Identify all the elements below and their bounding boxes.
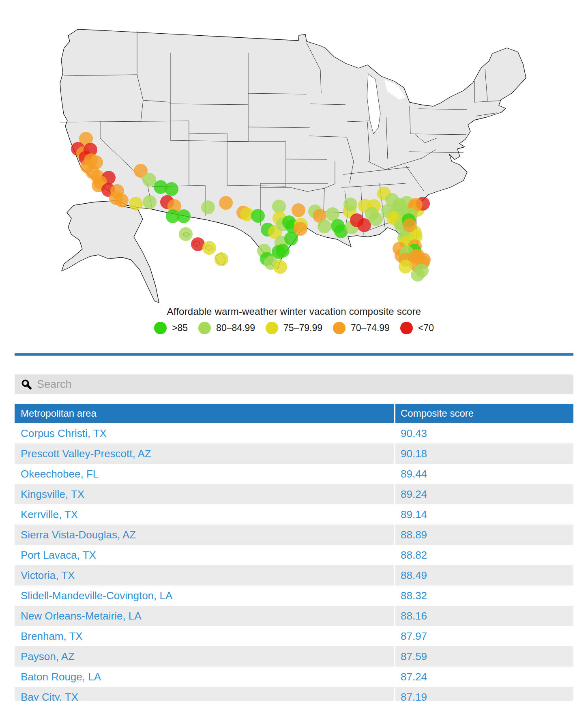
column-header-score[interactable]: Composite score xyxy=(395,404,573,423)
score-cell: 88.49 xyxy=(395,565,573,585)
legend-label: <70 xyxy=(418,323,434,333)
metro-cell: Victoria, TX xyxy=(15,565,394,585)
results-table: Metropolitan area Composite score Corpus… xyxy=(15,404,573,701)
metro-dot[interactable] xyxy=(318,219,331,233)
metro-dot[interactable] xyxy=(143,195,157,209)
score-cell: 88.16 xyxy=(395,606,573,626)
metro-dot[interactable] xyxy=(284,232,298,245)
legend-label: 75–79.99 xyxy=(283,323,322,333)
table-row: Victoria, TX88.49 xyxy=(15,565,573,585)
legend-label: 70–74.99 xyxy=(351,323,390,333)
search-bar xyxy=(15,374,573,394)
score-cell: 87.19 xyxy=(395,687,573,701)
column-header-metro[interactable]: Metropolitan area xyxy=(15,404,394,423)
table-row: Prescott Valley-Prescott, AZ90.18 xyxy=(15,443,573,464)
metro-cell: Okeechobee, FL xyxy=(15,464,394,484)
metro-dot[interactable] xyxy=(343,198,357,211)
table-row: Payson, AZ87.59 xyxy=(15,646,573,667)
metro-dot[interactable] xyxy=(215,252,228,266)
metro-dot[interactable] xyxy=(115,194,129,207)
score-cell: 87.59 xyxy=(395,646,573,667)
map-title: Affordable warm-weather winter vacation … xyxy=(0,306,588,317)
score-cell: 87.24 xyxy=(395,667,573,687)
metro-cell: Prescott Valley-Prescott, AZ xyxy=(15,443,394,464)
metro-dot[interactable] xyxy=(369,212,383,226)
metro-cell: Corpus Christi, TX xyxy=(15,423,394,443)
table-row: Corpus Christi, TX90.43 xyxy=(15,423,573,443)
score-cell: 88.82 xyxy=(395,545,573,565)
table-row: Slidell-Mandeville-Covington, LA88.32 xyxy=(15,585,573,606)
score-cell: 89.24 xyxy=(395,484,573,504)
score-cell: 89.44 xyxy=(395,464,573,484)
legend-item: 75–79.99 xyxy=(266,322,322,334)
metro-dot[interactable] xyxy=(179,227,193,241)
legend-dot xyxy=(198,322,211,334)
table-row: Sierra Vista-Douglas, AZ88.89 xyxy=(15,525,573,545)
metro-cell: Sierra Vista-Douglas, AZ xyxy=(15,525,394,545)
metro-cell: Bay City, TX xyxy=(15,687,394,701)
metro-dot[interactable] xyxy=(272,200,286,213)
score-cell: 88.32 xyxy=(395,585,573,606)
metro-dot[interactable] xyxy=(292,203,305,217)
metro-dot[interactable] xyxy=(399,260,412,273)
table-row: Port Lavaca, TX88.82 xyxy=(15,545,573,565)
metro-dot[interactable] xyxy=(251,209,265,223)
legend-dot xyxy=(400,322,413,334)
legend-label: >85 xyxy=(172,323,188,333)
table-row: Bay City, TX87.19 xyxy=(15,687,573,701)
score-cell: 87.97 xyxy=(395,626,573,646)
map-legend: >8580–84.9975–79.9970–74.99<70 xyxy=(0,321,588,335)
table-row: New Orleans-Metairie, LA88.16 xyxy=(15,606,573,626)
score-cell: 90.43 xyxy=(395,423,573,443)
table-row: Okeechobee, FL89.44 xyxy=(15,464,573,484)
legend-item: 70–74.99 xyxy=(333,322,390,334)
metro-dot[interactable] xyxy=(202,241,216,255)
metro-dot[interactable] xyxy=(273,260,287,274)
metro-dot[interactable] xyxy=(165,182,178,196)
metro-dot[interactable] xyxy=(403,218,416,232)
legend-dot xyxy=(154,322,167,334)
table-header-row: Metropolitan area Composite score xyxy=(15,404,573,423)
metro-dot[interactable] xyxy=(219,196,233,210)
metro-cell: Baton Rouge, LA xyxy=(15,667,394,687)
table-row: Baton Rouge, LA87.24 xyxy=(15,667,573,687)
metro-dot[interactable] xyxy=(177,209,191,223)
metro-cell: Slidell-Mandeville-Covington, LA xyxy=(15,585,394,606)
metro-cell: Port Lavaca, TX xyxy=(15,545,394,565)
metro-dot[interactable] xyxy=(357,218,371,232)
legend-item: <70 xyxy=(400,322,434,334)
table-body: Corpus Christi, TX90.43Prescott Valley-P… xyxy=(15,423,573,701)
score-cell: 89.14 xyxy=(395,504,573,525)
map-section: Affordable warm-weather winter vacation … xyxy=(0,0,588,335)
metro-dot[interactable] xyxy=(411,268,425,282)
legend-item: >85 xyxy=(154,322,188,334)
metro-dot[interactable] xyxy=(142,173,156,187)
legend-dot xyxy=(333,322,346,334)
metro-cell: Kingsville, TX xyxy=(15,484,394,504)
legend-dot xyxy=(266,322,278,334)
table-row: Kingsville, TX89.24 xyxy=(15,484,573,504)
metro-cell: Kerrville, TX xyxy=(15,504,394,525)
section-divider xyxy=(15,353,573,356)
legend-item: 80–84.99 xyxy=(198,322,255,334)
metro-cell: Brenham, TX xyxy=(15,626,394,646)
metro-dot[interactable] xyxy=(326,207,339,221)
us-states-outline xyxy=(60,29,526,303)
legend-label: 80–84.99 xyxy=(216,323,255,333)
table-row: Kerrville, TX89.14 xyxy=(15,504,573,525)
score-cell: 88.89 xyxy=(395,525,573,545)
metro-cell: New Orleans-Metairie, LA xyxy=(15,606,394,626)
search-icon xyxy=(21,379,32,390)
score-cell: 90.18 xyxy=(395,443,573,464)
metro-cell: Payson, AZ xyxy=(15,646,394,667)
metro-dot[interactable] xyxy=(201,200,215,214)
us-bubble-map xyxy=(0,0,588,304)
metro-dot[interactable] xyxy=(129,197,143,211)
search-input[interactable] xyxy=(37,378,573,391)
table-row: Brenham, TX87.97 xyxy=(15,626,573,646)
